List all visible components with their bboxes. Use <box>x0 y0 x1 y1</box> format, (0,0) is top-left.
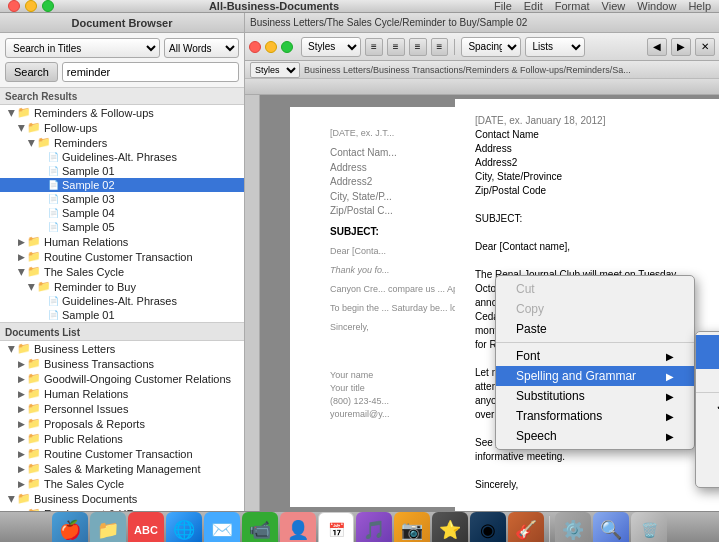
styles-select2[interactable]: Styles <box>250 62 300 78</box>
context-menu-font[interactable]: Font ▶ <box>496 346 694 366</box>
lists-select[interactable]: Lists <box>525 37 585 57</box>
menu-file[interactable]: File <box>494 0 512 12</box>
nav-next-button[interactable]: ▶ <box>671 38 691 56</box>
doc-maximize-button[interactable] <box>281 41 293 53</box>
app-window: All-Business-Documents File Edit Format … <box>0 0 719 542</box>
doclist-personnel[interactable]: ▶ 📁 Personnel Issues <box>0 401 244 416</box>
minimize-button[interactable] <box>25 0 37 12</box>
dock-guitar[interactable]: 🎸 <box>508 512 544 542</box>
tree-sample05[interactable]: 📄 Sample 05 <box>0 220 244 234</box>
tree-item-label: Business Transactions <box>44 358 154 370</box>
doclist-sales-marketing[interactable]: ▶ 📁 Sales & Marketing Management <box>0 461 244 476</box>
doc-minimize-button[interactable] <box>265 41 277 53</box>
nav-close-button[interactable]: ✕ <box>695 38 715 56</box>
align-left-button[interactable]: ≡ <box>365 38 383 56</box>
date-placeholder: [DATE, ex. January 18, 2012] <box>475 114 699 128</box>
contact-name: Contact Name <box>475 128 699 142</box>
dock-finder[interactable]: 🍎 <box>52 512 88 542</box>
doclist-public-relations[interactable]: ▶ 📁 Public Relations <box>0 431 244 446</box>
doclist-sales-cycle[interactable]: ▶ 📁 The Sales Cycle <box>0 476 244 491</box>
submenu-check-grammar[interactable]: Check Grammar With Spelling <box>696 416 719 450</box>
triangle-icon: ▶ <box>7 495 17 502</box>
doclist-biz-docs[interactable]: ▶ 📁 Business Documents <box>0 491 244 506</box>
search-results-tree[interactable]: ▶ 📁 Reminders & Follow-ups ▶ 📁 Follow-up… <box>0 105 244 511</box>
context-menu-speech[interactable]: Speech ▶ <box>496 426 694 446</box>
tree-sample03[interactable]: 📄 Sample 03 <box>0 192 244 206</box>
search-button[interactable]: Search <box>5 62 58 82</box>
tree-reminders-followups[interactable]: ▶ 📁 Reminders & Follow-ups <box>0 105 244 120</box>
menu-view[interactable]: View <box>602 0 626 12</box>
tree-sample01[interactable]: 📄 Sample 01 <box>0 164 244 178</box>
menu-format[interactable]: Format <box>555 0 590 12</box>
tree-reminder-to-buy[interactable]: ▶ 📁 Reminder to Buy <box>0 279 244 294</box>
context-menu-transformations[interactable]: Transformations ▶ <box>496 406 694 426</box>
triangle-icon: ▶ <box>18 434 25 444</box>
dock-dashboard[interactable]: ◉ <box>470 512 506 542</box>
dock-facetime[interactable]: 📹 <box>242 512 278 542</box>
close-button[interactable] <box>8 0 20 12</box>
left-scroll[interactable] <box>245 95 260 511</box>
tree-human-relations[interactable]: ▶ 📁 Human Relations <box>0 234 244 249</box>
menu-help[interactable]: Help <box>688 0 711 12</box>
submenu-check-document[interactable]: Check Document Now <box>696 369 719 389</box>
dock-abbyy[interactable]: ABC <box>128 512 164 542</box>
address: Address <box>475 142 699 156</box>
dock-finder2[interactable]: 📁 <box>90 512 126 542</box>
dock-iphoto[interactable]: 📷 <box>394 512 430 542</box>
all-words-select[interactable]: All Words <box>164 38 239 58</box>
doclist-goodwill[interactable]: ▶ 📁 Goodwill-Ongoing Customer Relations <box>0 371 244 386</box>
doc-icon: 📄 <box>48 166 59 176</box>
dock-star[interactable]: ⭐ <box>432 512 468 542</box>
tree-guidelines-alt2[interactable]: 📄 Guidelines-Alt. Phrases <box>0 294 244 308</box>
dock-spotlight[interactable]: 🔍 <box>593 512 629 542</box>
triangle-icon: ▶ <box>18 237 25 247</box>
context-menu-copy[interactable]: Copy <box>496 299 694 319</box>
justify-button[interactable]: ≡ <box>431 38 449 56</box>
align-center-button[interactable]: ≡ <box>387 38 405 56</box>
dock-contacts[interactable]: 👤 <box>280 512 316 542</box>
tree-item-label: The Sales Cycle <box>44 478 124 490</box>
dock-system-prefs[interactable]: ⚙️ <box>555 512 591 542</box>
menu-window[interactable]: Window <box>637 0 676 12</box>
submenu-check-while-typing[interactable]: ✓ Check Spelling While Typing <box>696 396 719 416</box>
tree-reminders[interactable]: ▶ 📁 Reminders <box>0 135 244 150</box>
doclist-business-letters[interactable]: ▶ 📁 Business Letters <box>0 341 244 356</box>
search-input[interactable] <box>62 62 239 82</box>
dock-calendar[interactable]: 📅 <box>318 512 354 542</box>
triangle-icon: ▶ <box>27 283 37 290</box>
doclist-biz-transactions[interactable]: ▶ 📁 Business Transactions <box>0 356 244 371</box>
tree-sales-cycle[interactable]: ▶ 📁 The Sales Cycle <box>0 264 244 279</box>
doclist-routine[interactable]: ▶ 📁 Routine Customer Transaction <box>0 446 244 461</box>
city-state: City, State/Province <box>475 170 699 184</box>
tree-sample01b[interactable]: 📄 Sample 01 <box>0 308 244 322</box>
dock-itunes[interactable]: 🎵 <box>356 512 392 542</box>
nav-prev-button[interactable]: ◀ <box>647 38 667 56</box>
spacing-select[interactable]: Spacing <box>461 37 521 57</box>
submenu-correct-spelling[interactable]: Correct Spelling Automatically <box>696 450 719 484</box>
tree-sample04[interactable]: 📄 Sample 04 <box>0 206 244 220</box>
dock-safari[interactable]: 🌐 <box>166 512 202 542</box>
align-right-button[interactable]: ≡ <box>409 38 427 56</box>
doclist-proposals[interactable]: ▶ 📁 Proposals & Reports <box>0 416 244 431</box>
tree-item-label: Reminders & Follow-ups <box>34 107 154 119</box>
folder-icon: 📁 <box>27 372 41 385</box>
dock-trash[interactable]: 🗑️ <box>631 512 667 542</box>
context-menu-substitutions[interactable]: Substitutions ▶ <box>496 386 694 406</box>
tree-routine-customer[interactable]: ▶ 📁 Routine Customer Transaction <box>0 249 244 264</box>
context-menu-paste[interactable]: Paste <box>496 319 694 339</box>
dock-mail[interactable]: ✉️ <box>204 512 240 542</box>
menu-edit[interactable]: Edit <box>524 0 543 12</box>
search-in-select[interactable]: Search in Titles <box>5 38 160 58</box>
tree-guidelines-alt[interactable]: 📄 Guidelines-Alt. Phrases <box>0 150 244 164</box>
doc-close-button[interactable] <box>249 41 261 53</box>
doclist-human-relations[interactable]: ▶ 📁 Human Relations <box>0 386 244 401</box>
menu-separator <box>496 342 694 343</box>
tree-sample02-selected[interactable]: 📄 Sample 02 <box>0 178 244 192</box>
context-menu-spelling[interactable]: Spelling and Grammar ▶ <box>496 366 694 386</box>
styles-select[interactable]: Styles <box>301 37 361 57</box>
tree-followups[interactable]: ▶ 📁 Follow-ups <box>0 120 244 135</box>
doc-breadcrumb-bar: Business Letters/The Sales Cycle/Reminde… <box>245 13 719 33</box>
context-menu-cut[interactable]: Cut <box>496 279 694 299</box>
maximize-button[interactable] <box>42 0 54 12</box>
submenu-show-spelling[interactable]: Show Spelling and Grammar <box>696 335 719 369</box>
